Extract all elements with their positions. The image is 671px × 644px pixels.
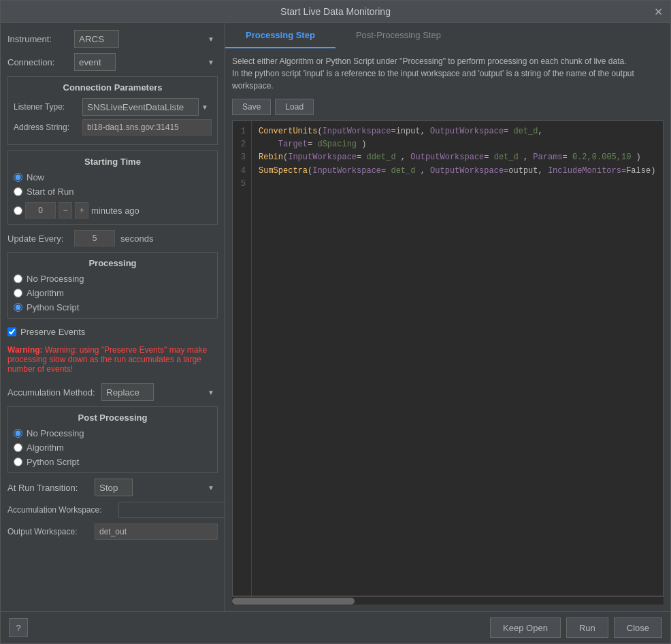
- dialog-window: Start Live Data Monitoring ✕ Instrument:…: [0, 0, 671, 644]
- minutes-increment-button[interactable]: +: [75, 202, 88, 219]
- listener-type-select[interactable]: SNSLiveEventDataListe: [82, 98, 199, 116]
- accum-method-select[interactable]: Replace: [101, 383, 154, 401]
- connection-select[interactable]: event: [74, 53, 116, 71]
- accum-ws-input[interactable]: [118, 502, 225, 518]
- post-no-proc-label: No Processing: [27, 428, 84, 438]
- proc-no-proc-label: No Processing: [27, 274, 84, 284]
- connection-row: Connection: event: [7, 53, 218, 71]
- output-ws-input[interactable]: [95, 524, 218, 540]
- post-python-radio[interactable]: [14, 457, 22, 466]
- post-no-proc-radio[interactable]: [14, 429, 22, 438]
- post-processing-section: Post Processing No Processing Algorithm …: [7, 406, 218, 473]
- instrument-select-wrapper: ARCS: [74, 30, 218, 48]
- tab-post-processing[interactable]: Post-Processing Step: [336, 23, 461, 48]
- instrument-label: Instrument:: [7, 34, 69, 44]
- title-bar: Start Live Data Monitoring ✕: [1, 1, 670, 23]
- at-run-select[interactable]: Stop: [95, 479, 133, 496]
- editor-toolbar: Save Load: [232, 99, 664, 115]
- description-line1: Select either Algorithm or Python Script…: [232, 57, 627, 66]
- start-of-run-radio-row: Start of Run: [14, 187, 212, 197]
- right-panel: Processing Step Post-Processing Step Sel…: [225, 23, 670, 611]
- left-panel: Instrument: ARCS Connection: event C: [1, 23, 225, 611]
- start-of-run-label: Start of Run: [27, 187, 73, 197]
- warning-text: Warning: Warning: using "Preserve Events…: [7, 345, 218, 374]
- output-ws-label: Output Workspace:: [7, 527, 89, 536]
- line-numbers: 1 2 3 4 5: [233, 121, 252, 596]
- tabs-bar: Processing Step Post-Processing Step: [225, 23, 670, 48]
- instrument-select[interactable]: ARCS: [74, 30, 119, 48]
- code-editor-inner: 1 2 3 4 5 ConvertUnits(InputWorkspace=in…: [233, 121, 663, 596]
- minutes-ago-label: minutes ago: [91, 206, 140, 216]
- update-every-row: Update Every: seconds: [7, 230, 218, 246]
- now-radio[interactable]: [14, 173, 22, 182]
- close-icon[interactable]: ✕: [651, 5, 665, 18]
- post-algorithm-radio[interactable]: [14, 443, 22, 452]
- at-run-select-wrapper: Stop: [95, 479, 218, 496]
- connection-select-wrapper: event: [74, 53, 218, 71]
- processing-radio-group: No Processing Algorithm Python Script: [14, 274, 212, 312]
- save-button[interactable]: Save: [232, 99, 271, 115]
- proc-algorithm-row: Algorithm: [14, 288, 212, 298]
- code-content: ConvertUnits(InputWorkspace=input, Outpu…: [252, 121, 662, 596]
- post-algorithm-row: Algorithm: [14, 442, 212, 453]
- accum-workspace-row: Accumulation Workspace:: [7, 502, 218, 518]
- accum-method-label: Accumulation Method:: [7, 387, 96, 398]
- address-row: Address String:: [14, 119, 212, 135]
- preserve-events-checkbox[interactable]: [7, 327, 16, 336]
- address-input[interactable]: [82, 119, 212, 135]
- at-run-label: At Run Transition:: [7, 483, 89, 493]
- post-python-row: Python Script: [14, 457, 212, 467]
- main-content: Instrument: ARCS Connection: event C: [1, 23, 670, 611]
- starting-time-section: Starting Time Now Start of Run − +: [7, 150, 218, 225]
- code-scrollbar-thumb[interactable]: [232, 598, 355, 605]
- help-button[interactable]: ?: [9, 618, 28, 637]
- bottom-bar: ? Keep Open Run Close: [1, 611, 670, 643]
- post-processing-radio-group: No Processing Algorithm Python Script: [14, 428, 212, 467]
- description-line2: In the python script 'input' is a refere…: [232, 69, 634, 91]
- post-no-proc-row: No Processing: [14, 428, 212, 438]
- proc-no-proc-radio[interactable]: [14, 274, 22, 283]
- description-text: Select either Algorithm or Python Script…: [232, 55, 664, 92]
- minutes-ago-row: − + minutes ago: [14, 202, 212, 219]
- minutes-decrement-button[interactable]: −: [59, 202, 72, 219]
- dialog-title: Start Live Data Monitoring: [280, 6, 391, 17]
- listener-select-wrapper: SNSLiveEventDataListe: [82, 98, 212, 116]
- close-button[interactable]: Close: [614, 617, 662, 638]
- output-workspace-row: Output Workspace:: [7, 524, 218, 540]
- processing-section: Processing No Processing Algorithm Pytho…: [7, 252, 218, 319]
- at-run-transition-row: At Run Transition: Stop: [7, 479, 218, 496]
- proc-python-row: Python Script: [14, 302, 212, 312]
- processing-title: Processing: [14, 258, 212, 268]
- connection-label: Connection:: [7, 57, 69, 67]
- post-algorithm-label: Algorithm: [27, 442, 64, 453]
- accum-ws-label: Accumulation Workspace:: [7, 505, 113, 515]
- post-processing-title: Post Processing: [14, 413, 212, 423]
- accum-method-select-wrapper: Replace: [101, 383, 218, 401]
- preserve-events-row: Preserve Events: [7, 327, 218, 337]
- connection-params-section: Connection Parameters Listener Type: SNS…: [7, 76, 218, 145]
- keep-open-button[interactable]: Keep Open: [490, 617, 561, 638]
- seconds-label: seconds: [120, 234, 153, 244]
- tab-processing[interactable]: Processing Step: [225, 23, 336, 48]
- proc-python-radio[interactable]: [14, 303, 22, 312]
- instrument-row: Instrument: ARCS: [7, 30, 218, 48]
- start-of-run-radio[interactable]: [14, 187, 22, 196]
- listener-type-label: Listener Type:: [14, 102, 78, 112]
- now-label: Now: [27, 172, 44, 182]
- proc-algorithm-radio[interactable]: [14, 289, 22, 297]
- run-button[interactable]: Run: [566, 617, 608, 638]
- update-seconds-input[interactable]: [74, 230, 115, 246]
- accum-method-row: Accumulation Method: Replace: [7, 383, 218, 401]
- tab-content-processing: Select either Algorithm or Python Script…: [225, 48, 670, 611]
- code-editor[interactable]: 1 2 3 4 5 ConvertUnits(InputWorkspace=in…: [232, 120, 664, 596]
- post-python-label: Python Script: [27, 457, 79, 467]
- minutes-ago-radio[interactable]: [14, 206, 22, 215]
- code-scrollbar-area: [232, 596, 664, 605]
- load-button[interactable]: Load: [275, 99, 314, 115]
- preserve-events-label: Preserve Events: [20, 327, 85, 337]
- proc-no-proc-row: No Processing: [14, 274, 212, 284]
- connection-params-title: Connection Parameters: [14, 82, 212, 93]
- proc-algorithm-label: Algorithm: [27, 288, 64, 298]
- minutes-spinner[interactable]: [25, 202, 56, 219]
- starting-time-radio-group: Now Start of Run − + minutes ago: [14, 172, 212, 219]
